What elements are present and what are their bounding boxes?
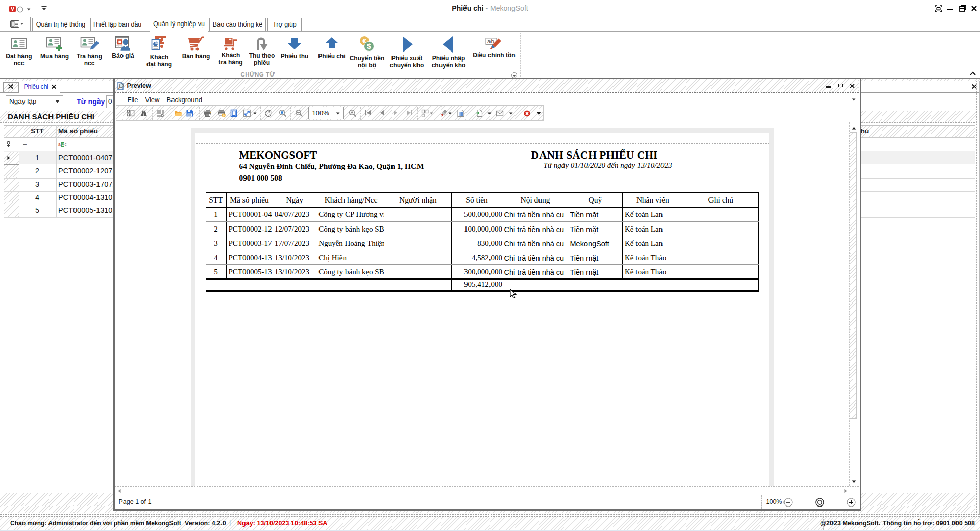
svg-text:c: c <box>65 142 67 147</box>
svg-text:ab: ab <box>487 38 494 44</box>
svg-text:a: a <box>58 142 61 147</box>
svg-text:$: $ <box>367 42 371 50</box>
svg-text:B: B <box>61 142 64 147</box>
